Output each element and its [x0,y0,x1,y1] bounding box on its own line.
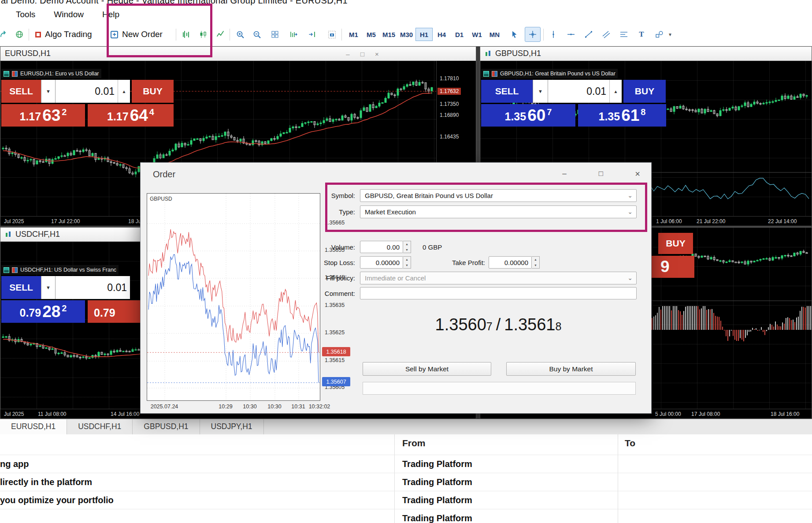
channel-tool-icon[interactable] [598,27,614,42]
timeframe-mn-button[interactable]: MN [486,28,503,41]
mail-row[interactable]: you optimize your portfolioTrading Platf… [0,491,812,509]
chevron-down-icon: ⌄ [627,190,633,202]
dialog-maximize-button[interactable]: □ [593,167,608,180]
chart-tab-usdjpy[interactable]: USDJPY,H1 [200,419,264,434]
one-click-trading-icon[interactable] [492,71,497,77]
shapes-tool-icon[interactable] [651,27,667,42]
mail-row[interactable]: lirectly in the platformTrading Platform [0,473,812,491]
vertical-line-tool-icon[interactable] [545,27,561,42]
timeframe-w1-button[interactable]: W1 [468,28,486,41]
buy-by-market-button[interactable]: Buy by Market [506,362,636,376]
comment-input[interactable] [360,287,637,299]
gbpusd-buy-price[interactable]: 1.35 61 8 [578,104,666,127]
eurusd-volume-stepper[interactable]: ▲ [118,80,130,103]
chart-tab-usdchf[interactable]: USDCHF,H1 [67,419,133,434]
auto-scroll-icon[interactable] [285,27,301,42]
stop-loss-input[interactable] [360,256,403,269]
order-dialog-titlebar[interactable]: Order – □ × [141,163,651,186]
fill-policy-select: Immediate or Cancel⌄ [360,272,637,284]
depth-of-market-icon[interactable] [4,71,9,77]
volume-input[interactable] [360,241,403,253]
usdchf-sell-button[interactable]: SELL [1,276,41,299]
eurusd-minimize-button[interactable]: – [341,48,355,60]
gbpusd-one-click-panel: GBPUSD,H1: Great Britain Pound vs US Dol… [481,69,666,127]
symbol-label: Symbol: [273,192,355,199]
chart-tab-gbpusd[interactable]: GBPUSD,H1 [133,419,200,434]
dialog-minimize-button[interactable]: – [557,167,572,180]
gbpusd-volume-dropdown[interactable]: ▼ [533,80,548,103]
timeframe-m1-button[interactable]: M1 [345,28,362,41]
eurusd-maximize-button[interactable]: □ [355,48,370,60]
eurusd-volume-input[interactable] [56,80,118,103]
gbpusd-sell-button[interactable]: SELL [481,80,533,103]
one-click-trading-icon[interactable] [12,71,18,77]
column-header-to[interactable]: To [625,438,635,448]
volume-stepper[interactable]: ▲▼ [403,241,411,253]
take-profit-stepper[interactable]: ▲▼ [532,256,540,269]
chart-shift-icon[interactable] [304,27,320,42]
tile-windows-icon[interactable] [267,27,283,42]
menu-help[interactable]: Help [102,10,119,19]
redo-icon[interactable] [0,27,11,42]
menu-window[interactable]: Window [54,10,84,19]
tick-chart-time-scale: 2025.07.2410:2910:3010:3010:3110:32:02 [147,403,332,411]
zoom-out-icon[interactable] [249,27,265,42]
one-click-trading-icon[interactable] [12,267,18,273]
eurusd-sell-price[interactable]: 1.17 63 2 [1,104,85,127]
cursor-icon[interactable] [507,27,523,42]
dialog-close-button[interactable]: × [630,167,645,180]
trendline-tool-icon[interactable] [581,27,597,42]
sell-by-market-button[interactable]: Sell by Market [363,362,491,376]
order-type-select[interactable]: Market Execution⌄ [360,205,637,218]
screenshot-icon[interactable] [324,27,340,42]
depth-of-market-icon[interactable] [4,267,9,273]
eurusd-close-button[interactable]: × [370,48,384,60]
depth-of-market-icon[interactable] [483,71,489,77]
timeframe-h4-button[interactable]: H4 [433,28,450,41]
gbpusd-buy-button[interactable]: BUY [623,80,666,103]
toolbar-overflow-icon[interactable]: ▼ [665,27,675,42]
take-profit-input[interactable] [489,256,532,269]
zoom-in-icon[interactable] [232,27,248,42]
gbpusd-sell-price[interactable]: 1.35 60 7 [481,104,575,127]
timeframe-m5-button[interactable]: M5 [363,28,380,41]
crosshair-icon[interactable] [525,27,541,42]
eurusd-buy-price[interactable]: 1.17 64 4 [88,104,174,127]
horizontal-line-tool-icon[interactable] [563,27,579,42]
gbpusd-volume-stepper[interactable]: ▲ [609,80,622,103]
eurusd-window-titlebar[interactable]: EURUSD,H1 – □ × [0,47,476,61]
symbol-select[interactable]: GBPUSD, Great Britain Pound vs US Dollar… [360,189,637,202]
text-tool-icon[interactable]: T [634,27,649,42]
gbpusd-window-titlebar[interactable]: GBPUSD,H1 [480,47,812,61]
price-scale-value: 1.17632 [438,88,461,95]
timeframe-m15-button[interactable]: M15 [380,28,397,41]
mail-row[interactable]: ng appTrading Platform [0,455,812,473]
usdchf-sell-price[interactable]: 0.79 28 2 [1,300,85,323]
usdchf-volume-input[interactable] [56,276,130,299]
usdchf-volume-dropdown[interactable]: ▼ [41,276,55,299]
eurusd-volume-dropdown[interactable]: ▼ [41,80,55,103]
bar-chart-icon[interactable] [178,27,194,42]
gbpusd-window-title: GBPUSD,H1 [495,49,541,58]
price-scale-value: 1.17810 [440,75,459,82]
column-header-from[interactable]: From [402,438,426,448]
mail-from: Trading Platform [402,491,472,509]
candlestick-chart-icon[interactable] [195,27,211,42]
chart-tab-eurusd[interactable]: EURUSD,H1 [0,419,67,434]
mail-row[interactable]: Trading Platform [0,509,812,523]
timeframe-m30-button[interactable]: M30 [398,28,415,41]
timeframe-h1-button[interactable]: H1 [415,28,433,41]
chart-icon [5,232,12,238]
timeframe-d1-button[interactable]: D1 [451,28,468,41]
line-chart-icon[interactable] [212,27,228,42]
eurusd-buy-button[interactable]: BUY [132,80,174,103]
new-order-button[interactable]: + New Order [108,27,165,42]
community-icon[interactable] [11,27,27,42]
new-order-label: New Order [122,30,163,39]
menu-tools[interactable]: Tools [16,10,35,19]
gbpusd-volume-input[interactable] [548,80,609,103]
eurusd-sell-button[interactable]: SELL [1,80,41,103]
usdjpy-buy-button[interactable]: BUY [658,233,693,254]
fibonacci-tool-icon[interactable] [616,27,632,42]
algo-trading-button[interactable]: Algo Trading [33,27,95,42]
